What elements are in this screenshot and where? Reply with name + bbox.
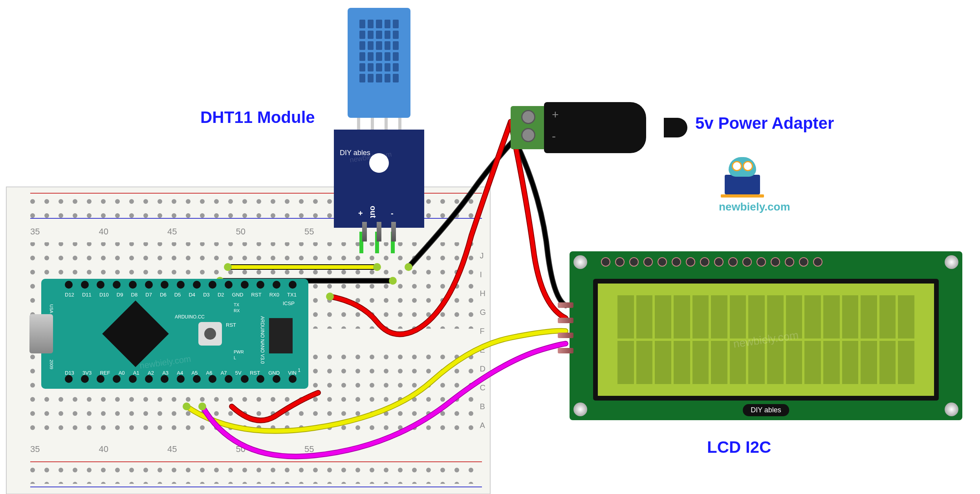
lcd-frame: newbiely.com (593, 279, 939, 401)
lcd-screen: newbiely.com (598, 284, 934, 396)
arduino-nano: ARDUINO.CC ARDUINO NANO V3.0 ICSP 1 RST … (41, 279, 308, 389)
icsp-header (269, 318, 293, 353)
dc-plug (664, 118, 687, 137)
dht11-sensor (348, 8, 410, 118)
power-label: 5v Power Adapter (695, 114, 834, 133)
power-adapter-jack: + - (511, 102, 687, 153)
lcd-label: LCD I2C (707, 438, 771, 457)
dht11-header (357, 222, 401, 242)
lcd-pin-vcc (558, 318, 573, 323)
icsp-label: ICSP (283, 300, 295, 306)
site-name: newbiely.com (719, 201, 766, 213)
rx-label: RX (234, 308, 240, 313)
dht11-pcb: DIY ables + out - (334, 130, 424, 228)
year-label: 2009 (49, 360, 54, 369)
dht-pin-out: out (368, 206, 377, 218)
svg-rect-4 (30, 460, 478, 484)
bottom-pin-row (65, 375, 297, 387)
screw-tr (945, 255, 958, 269)
lcd-pin-sda (558, 333, 573, 338)
usb-port (29, 314, 53, 353)
jack-body: + - (544, 102, 646, 153)
newbiely-logo: newbiely.com (719, 157, 766, 204)
mcu-chip (102, 300, 169, 367)
plus-symbol: + (552, 108, 559, 121)
arduino-model: ARDUINO NANO V3.0 (260, 316, 265, 364)
arduino-brand: ARDUINO.CC (175, 314, 205, 320)
pwr-label: PWR (234, 349, 244, 354)
screw-terminal (511, 106, 546, 149)
reset-button[interactable] (198, 322, 222, 346)
usa-label: USA (49, 304, 54, 313)
screw-br (945, 403, 958, 416)
pin1-label: 1 (298, 368, 300, 373)
minus-symbol: - (552, 130, 556, 143)
dht-pin-plus: + (358, 209, 363, 218)
lcd-pin-scl (558, 348, 573, 353)
lcd-brand: DIY ables (743, 404, 789, 416)
tx-label: TX (234, 302, 239, 307)
dht-pin-minus: - (391, 209, 394, 218)
dht11-module: DIY ables + out - newbiely.com (334, 8, 424, 228)
l-label: L (234, 355, 236, 360)
arduino-watermark: newbiely.com (139, 354, 192, 371)
lcd-solder-pads (601, 257, 822, 267)
top-pin-labels: D12D11D10D9D8D7D6D5D4D3D2GNDRSTRX0TX1 (65, 292, 297, 298)
bottom-pin-labels: D133V3REFA0A1A2A3A4A5A6A75VRSTGNDVIN (65, 370, 297, 376)
lcd-pin-gnd (558, 302, 573, 308)
top-pin-row (65, 281, 297, 293)
dht11-label: DHT11 Module (200, 108, 315, 127)
screw-tl (573, 255, 587, 269)
lcd-i2c-module: newbiely.com DIY ables (570, 251, 962, 420)
screw-bl (573, 403, 587, 416)
rst-label: RST (226, 322, 236, 328)
lcd-i2c-pins (558, 302, 573, 353)
